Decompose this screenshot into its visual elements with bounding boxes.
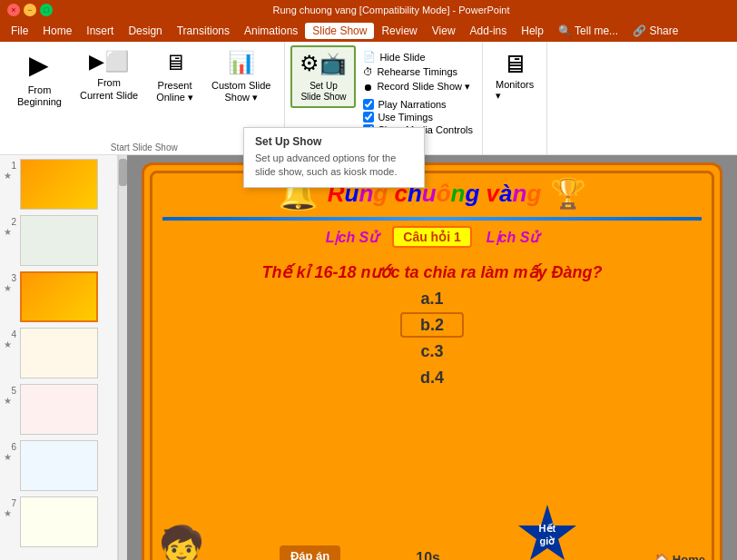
- record-slide-show-button[interactable]: ⏺ Record Slide Show ▾: [359, 79, 477, 94]
- setup-icon: ⚙📺: [300, 51, 347, 77]
- het-gio-line1: Hết: [539, 522, 556, 535]
- lich-su-right: Lịch Sử: [486, 229, 539, 246]
- slide-img-1[interactable]: [20, 159, 98, 210]
- menu-insert[interactable]: Insert: [79, 23, 121, 39]
- record-icon: ⏺: [363, 82, 373, 93]
- custom-slide-label: Custom SlideShow ▾: [211, 80, 270, 103]
- from-beginning-label: FromBeginning: [17, 84, 62, 108]
- ribbon-group-monitors: 🖥 Monitors▾: [483, 42, 547, 154]
- slide-thumb-7[interactable]: 7 ★: [4, 496, 113, 547]
- menu-share[interactable]: 🔗 Share: [625, 23, 685, 39]
- close-button[interactable]: ×: [7, 4, 20, 16]
- hide-slide-icon: 📄: [363, 51, 376, 63]
- menu-slideshow[interactable]: Slide Show: [305, 23, 374, 39]
- home-label: Home: [673, 553, 705, 560]
- slide-star-5: ★: [4, 396, 16, 406]
- scroll-thumb[interactable]: [119, 159, 127, 186]
- slide-star-1: ★: [4, 171, 16, 181]
- slide-num-3: 3: [4, 271, 16, 283]
- from-current-slide-button[interactable]: ▶⬜ FromCurrent Slide: [72, 45, 146, 106]
- slide-num-5: 5: [4, 384, 16, 396]
- monitors-button[interactable]: 🖥 Monitors▾: [488, 45, 541, 116]
- answer-c: c.3: [420, 342, 443, 361]
- rehearse-timings-button[interactable]: ⏱ Rehearse Timings: [359, 64, 477, 79]
- slide-img-4[interactable]: [20, 328, 98, 378]
- from-beginning-button[interactable]: ▶ FromBeginning: [9, 45, 70, 113]
- menu-review[interactable]: Review: [374, 23, 424, 39]
- menu-design[interactable]: Design: [121, 23, 169, 39]
- use-timings-checkbox[interactable]: [363, 112, 374, 123]
- setup-label: Set UpSlide Show: [300, 81, 346, 103]
- slide-img-6[interactable]: [20, 440, 98, 491]
- rehearse-icon: ⏱: [363, 66, 373, 77]
- minimize-button[interactable]: −: [24, 4, 36, 16]
- hide-slide-label: Hide Slide: [379, 52, 425, 63]
- custom-slide-show-button[interactable]: 📊 Custom SlideShow ▾: [203, 45, 279, 108]
- menu-addins[interactable]: Add-ins: [463, 23, 515, 39]
- slide-star-6: ★: [4, 452, 16, 462]
- slide-img-2[interactable]: [20, 215, 98, 266]
- setup-slide-show-button[interactable]: ⚙📺 Set UpSlide Show: [290, 45, 356, 108]
- slide-area: 🔔 Rung chuông vàng 🏆 Lịch Sử Câu hỏi 1 L…: [127, 155, 737, 560]
- slide-num-6: 6: [4, 440, 16, 452]
- menu-animations[interactable]: Animations: [237, 23, 305, 39]
- trophy-icon: 🏆: [550, 176, 586, 211]
- tooltip-description: Set up advanced options for the slide sh…: [255, 152, 413, 180]
- maximize-button[interactable]: □: [40, 4, 53, 16]
- slide-footer: 🧒 Đáp án 10s Hết giờ 🏠 Home: [144, 499, 720, 560]
- slide-img-3[interactable]: [20, 271, 98, 322]
- menu-file[interactable]: File: [4, 23, 35, 39]
- home-icon: 🏠: [654, 553, 669, 560]
- slide-thumb-5[interactable]: 5 ★: [4, 384, 113, 435]
- slide-thumb-3[interactable]: 3 ★: [4, 271, 113, 322]
- present-online-label: PresentOnline ▾: [156, 80, 193, 103]
- menu-bar: File Home Insert Design Transitions Anim…: [0, 20, 737, 42]
- slide-thumb-6[interactable]: 6 ★: [4, 440, 113, 491]
- answer-b: b.2: [400, 316, 464, 335]
- lich-su-left: Lịch Sử: [326, 229, 378, 246]
- present-online-button[interactable]: 🖥 PresentOnline ▾: [148, 45, 201, 108]
- blue-divider: [162, 217, 702, 221]
- slide-panel[interactable]: 1 ★ 2 ★ 3 ★: [0, 155, 118, 560]
- dap-an-button[interactable]: Đáp án: [280, 545, 340, 560]
- play-narrations-label: Play Narrations: [378, 99, 446, 110]
- slide-star-4: ★: [4, 339, 16, 349]
- custom-slide-icon: 📊: [228, 50, 255, 76]
- slide-thumb-1[interactable]: 1 ★: [4, 159, 113, 210]
- play-narrations-row: Play Narrations: [359, 98, 477, 111]
- window-title: Rung chuong vang [Compatibility Mode] - …: [53, 5, 730, 15]
- use-timings-row: Use Timings: [359, 111, 477, 123]
- slide-header: 🔔 Rung chuông vàng 🏆: [144, 165, 720, 217]
- slide-num-2: 2: [4, 215, 16, 227]
- slide-img-7[interactable]: [20, 496, 98, 547]
- menu-transitions[interactable]: Transitions: [170, 23, 237, 39]
- answer-a: a.1: [420, 290, 443, 309]
- menu-tellme[interactable]: 🔍 Tell me...: [551, 23, 625, 39]
- slide-star-2: ★: [4, 227, 16, 237]
- present-online-icon: 🖥: [164, 50, 186, 76]
- menu-home[interactable]: Home: [35, 23, 79, 39]
- slide-num-1: 1: [4, 159, 16, 171]
- play-narrations-checkbox[interactable]: [363, 99, 374, 110]
- slide-num-4: 4: [4, 328, 16, 339]
- menu-view[interactable]: View: [425, 23, 463, 39]
- main-area: 1 ★ 2 ★ 3 ★: [0, 155, 737, 560]
- title-bar: × − □ Rung chuong vang [Compatibility Mo…: [0, 0, 737, 20]
- tooltip-popup: Set Up Show Set up advanced options for …: [243, 127, 425, 188]
- cau-hoi-badge: Câu hỏi 1: [392, 226, 471, 248]
- question-header: Lịch Sử Câu hỏi 1 Lịch Sử: [144, 226, 720, 248]
- slide-star-3: ★: [4, 283, 16, 293]
- hide-slide-button[interactable]: 📄 Hide Slide: [359, 49, 477, 64]
- slide-thumb-4[interactable]: 4 ★: [4, 328, 113, 378]
- slide-thumb-2[interactable]: 2 ★: [4, 215, 113, 266]
- slide-num-7: 7: [4, 496, 16, 508]
- menu-help[interactable]: Help: [514, 23, 551, 39]
- slide-star-7: ★: [4, 508, 16, 518]
- panel-scrollbar[interactable]: [118, 155, 127, 560]
- answer-d: d.4: [420, 368, 444, 388]
- timer-text: 10s: [416, 550, 440, 560]
- slide-img-5[interactable]: [20, 384, 98, 435]
- home-area[interactable]: 🏠 Home: [654, 553, 705, 560]
- from-current-icon: ▶⬜: [89, 50, 129, 74]
- question-text: Thế kỉ 16-18 nước ta chia ra làm mấy Đàn…: [144, 255, 720, 290]
